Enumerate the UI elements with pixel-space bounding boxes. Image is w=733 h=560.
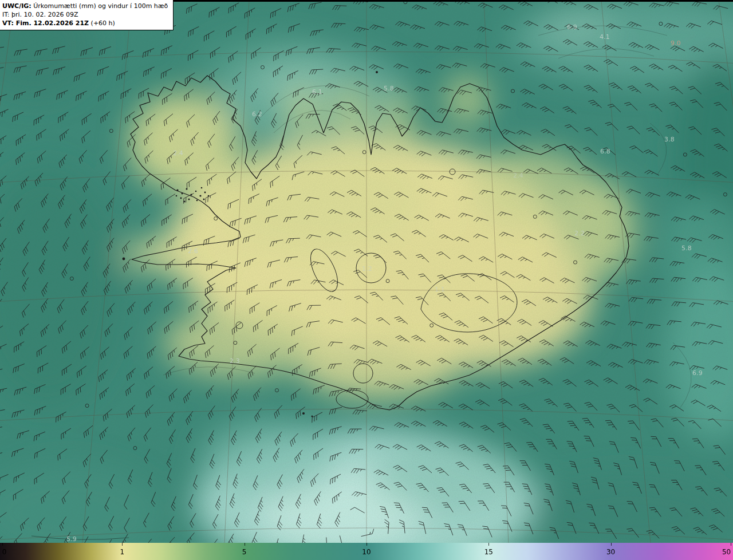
title-line: UWC/IG: Úrkomumætti (mm) og vindur í 100… [2,2,168,10]
lead-time: (+60 h) [89,19,115,27]
colorbar-tick-label: 50 [722,548,731,556]
colorbar-tick-mark [731,543,731,546]
colorbar-tick-label: 30 [606,548,615,556]
colorbar-tick-mark [611,543,612,546]
map-svg [0,0,733,543]
colorbar-tick-mark [366,543,367,546]
colorbar-tick-mark [245,543,245,546]
colorbar-tick-label: 10 [362,548,371,556]
colorbar-tick-label: 1 [120,548,125,556]
valid-time-line: VT: Fim. 12.02.2026 21Z (+60 h) [2,19,168,27]
colorbar-tick-mark [122,543,123,546]
valid-time: VT: Fim. 12.02.2026 21Z [2,19,89,27]
title-box: UWC/IG: Úrkomumætti (mm) og vindur í 100… [0,0,174,30]
model-name: UWC/IG: [2,2,31,10]
colorbar-tick-label: 5 [242,548,247,556]
map-canvas: 6.94.19.06.15.86.23.86.82.42.42.25.82.61… [0,0,733,543]
field-title: Úrkomumætti (mm) og vindur í 100m hæð [31,2,168,10]
weather-map-page: 6.94.19.06.15.86.23.86.82.42.42.25.82.61… [0,0,733,560]
dither-texture [0,0,733,543]
colorbar-tick-label: 15 [484,548,493,556]
colorbar-tick-label: 0 [2,548,7,556]
colorbar-tick-mark [2,543,3,546]
colorbar-tick-mark [488,543,489,546]
colorbar: 01510153050 [0,543,733,560]
init-time-line: IT: þri. 10. 02. 2026 09Z [2,10,168,19]
